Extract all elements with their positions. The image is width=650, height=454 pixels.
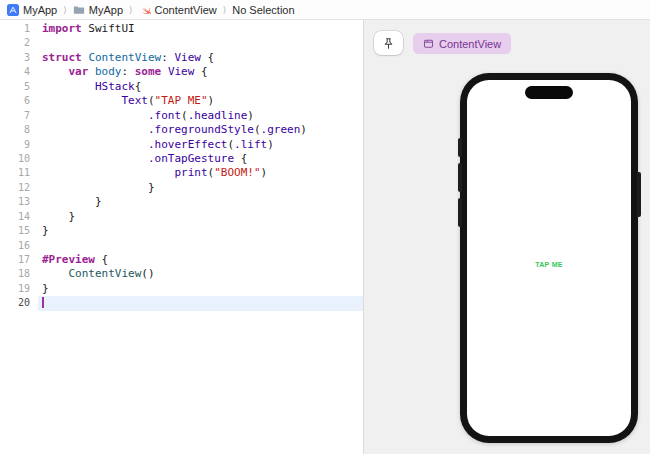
line-number[interactable]: 7	[0, 109, 30, 123]
line-number[interactable]: 14	[0, 210, 30, 224]
code-text	[38, 296, 363, 310]
line-number[interactable]: 11	[0, 166, 30, 180]
line-number[interactable]: 17	[0, 253, 30, 267]
device-power-button	[637, 172, 641, 217]
preview-target-label: ContentView	[439, 38, 501, 50]
breadcrumb: MyApp⟩MyApp⟩ContentView⟩No Selection	[7, 4, 295, 16]
line-number[interactable]: 2	[0, 36, 30, 50]
device-screen[interactable]: TAP ME	[467, 80, 631, 436]
code-line[interactable]: 2	[0, 36, 363, 50]
app-icon	[7, 4, 19, 16]
code-line[interactable]: 1import SwiftUI	[0, 22, 363, 36]
line-number[interactable]: 5	[0, 80, 30, 94]
breadcrumb-item-myapp[interactable]: MyApp	[73, 4, 123, 16]
code-line[interactable]: 20	[0, 296, 363, 310]
line-number[interactable]: 6	[0, 94, 30, 108]
code-text: .font(.headline)	[38, 109, 363, 123]
line-number[interactable]: 1	[0, 22, 30, 36]
breadcrumb-item-contentview[interactable]: ContentView	[139, 4, 217, 16]
line-number[interactable]: 18	[0, 267, 30, 281]
preview-target-chip[interactable]: ContentView	[413, 33, 511, 54]
code-line[interactable]: 17#Preview {	[0, 253, 363, 267]
line-number[interactable]: 19	[0, 282, 30, 296]
code-line[interactable]: 9 .hoverEffect(.lift)	[0, 138, 363, 152]
device-volume-down-button	[458, 198, 462, 227]
device-preview: TAP ME	[460, 73, 638, 443]
box-icon	[423, 38, 434, 49]
jump-bar: MyApp⟩MyApp⟩ContentView⟩No Selection	[0, 0, 650, 20]
breadcrumb-separator: ⟩	[223, 5, 227, 15]
code-text	[38, 36, 363, 50]
device-volume-up-button	[458, 163, 462, 192]
line-number[interactable]: 9	[0, 138, 30, 152]
code-line[interactable]: 5 HStack{	[0, 80, 363, 94]
code-line[interactable]: 8 .foregroundStyle(.green)	[0, 123, 363, 137]
breadcrumb-separator: ⟩	[129, 5, 133, 15]
code-text: .hoverEffect(.lift)	[38, 138, 363, 152]
breadcrumb-label: MyApp	[23, 4, 57, 16]
line-number[interactable]: 4	[0, 65, 30, 79]
breadcrumb-label: ContentView	[155, 4, 217, 16]
code-text	[38, 239, 363, 253]
code-line[interactable]: 10 .onTapGesture {	[0, 152, 363, 166]
preview-tap-me-text[interactable]: TAP ME	[467, 261, 631, 268]
line-number[interactable]: 3	[0, 51, 30, 65]
breadcrumb-separator: ⟩	[63, 5, 67, 15]
code-line[interactable]: 6 Text("TAP ME")	[0, 94, 363, 108]
line-number[interactable]: 12	[0, 181, 30, 195]
code-text: }	[38, 210, 363, 224]
code-line[interactable]: 4 var body: some View {	[0, 65, 363, 79]
line-number[interactable]: 8	[0, 123, 30, 137]
code-text: .foregroundStyle(.green)	[38, 123, 363, 137]
pin-preview-button[interactable]	[374, 31, 403, 55]
code-editor[interactable]: 1import SwiftUI23struct ContentView: Vie…	[0, 20, 363, 454]
code-text: }	[38, 181, 363, 195]
device-action-button	[458, 138, 462, 157]
preview-canvas: ContentView TAP ME	[363, 20, 650, 454]
line-number[interactable]: 15	[0, 224, 30, 238]
code-line[interactable]: 13 }	[0, 195, 363, 209]
code-line[interactable]: 15}	[0, 224, 363, 238]
code-text: }	[38, 224, 363, 238]
code-line[interactable]: 14 }	[0, 210, 363, 224]
code-text: var body: some View {	[38, 65, 363, 79]
breadcrumb-label: No Selection	[232, 4, 294, 16]
code-line[interactable]: 12 }	[0, 181, 363, 195]
code-line[interactable]: 19}	[0, 282, 363, 296]
code-text: struct ContentView: View {	[38, 51, 363, 65]
code-text: #Preview {	[38, 253, 363, 267]
code-line[interactable]: 3struct ContentView: View {	[0, 51, 363, 65]
code-lines: 1import SwiftUI23struct ContentView: Vie…	[0, 22, 363, 311]
code-line[interactable]: 16	[0, 239, 363, 253]
text-cursor	[42, 297, 44, 308]
line-number[interactable]: 16	[0, 239, 30, 253]
breadcrumb-item-myapp[interactable]: MyApp	[7, 4, 57, 16]
code-text: print("BOOM!")	[38, 166, 363, 180]
line-number[interactable]: 10	[0, 152, 30, 166]
code-text: .onTapGesture {	[38, 152, 363, 166]
code-line[interactable]: 18 ContentView()	[0, 267, 363, 281]
pin-icon	[382, 37, 395, 50]
code-text: }	[38, 195, 363, 209]
code-text: HStack{	[38, 80, 363, 94]
breadcrumb-item-no-selection[interactable]: No Selection	[232, 4, 294, 16]
code-text: ContentView()	[38, 267, 363, 281]
swift-file-icon	[139, 4, 151, 16]
code-line[interactable]: 11 print("BOOM!")	[0, 166, 363, 180]
code-text: import SwiftUI	[38, 22, 363, 36]
line-number[interactable]: 20	[0, 296, 30, 310]
breadcrumb-label: MyApp	[89, 4, 123, 16]
code-text: }	[38, 282, 363, 296]
folder-icon	[73, 4, 85, 16]
line-number[interactable]: 13	[0, 195, 30, 209]
code-line[interactable]: 7 .font(.headline)	[0, 109, 363, 123]
code-text: Text("TAP ME")	[38, 94, 363, 108]
dynamic-island	[525, 86, 573, 99]
